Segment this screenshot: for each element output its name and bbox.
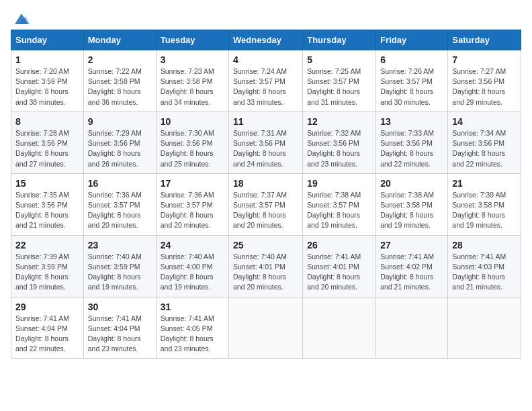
day-detail: Sunrise: 7:41 AM Sunset: 4:02 PM Dayligh… xyxy=(380,252,443,293)
weekday-header-sunday: Sunday xyxy=(11,30,84,50)
day-detail: Sunrise: 7:27 AM Sunset: 3:56 PM Dayligh… xyxy=(452,66,517,107)
day-number: 9 xyxy=(88,116,152,127)
day-number: 22 xyxy=(15,240,79,250)
day-detail: Sunrise: 7:39 AM Sunset: 3:58 PM Dayligh… xyxy=(452,190,517,231)
day-number: 23 xyxy=(88,240,152,250)
day-detail: Sunrise: 7:41 AM Sunset: 4:03 PM Dayligh… xyxy=(452,252,517,293)
calendar-cell xyxy=(229,297,303,359)
day-detail: Sunrise: 7:36 AM Sunset: 3:57 PM Dayligh… xyxy=(88,190,152,231)
calendar-cell: 15 Sunrise: 7:35 AM Sunset: 3:56 PM Dayl… xyxy=(11,173,84,235)
day-detail: Sunrise: 7:25 AM Sunset: 3:57 PM Dayligh… xyxy=(307,66,371,107)
day-detail: Sunrise: 7:28 AM Sunset: 3:56 PM Dayligh… xyxy=(15,128,79,169)
calendar-cell: 17 Sunrise: 7:36 AM Sunset: 3:57 PM Dayl… xyxy=(156,173,228,235)
day-detail: Sunrise: 7:22 AM Sunset: 3:58 PM Dayligh… xyxy=(88,66,152,107)
calendar-cell: 14 Sunrise: 7:34 AM Sunset: 3:56 PM Dayl… xyxy=(448,111,521,173)
day-number: 28 xyxy=(452,240,517,250)
day-detail: Sunrise: 7:37 AM Sunset: 3:57 PM Dayligh… xyxy=(233,190,298,231)
weekday-header-wednesday: Wednesday xyxy=(229,30,303,50)
day-number: 18 xyxy=(233,178,298,189)
calendar-cell: 30 Sunrise: 7:41 AM Sunset: 4:04 PM Dayl… xyxy=(83,297,156,359)
calendar-cell: 7 Sunrise: 7:27 AM Sunset: 3:56 PM Dayli… xyxy=(448,50,521,112)
calendar-cell: 6 Sunrise: 7:26 AM Sunset: 3:57 PM Dayli… xyxy=(376,50,448,112)
day-number: 11 xyxy=(233,116,298,127)
day-number: 12 xyxy=(307,116,371,127)
calendar-cell: 21 Sunrise: 7:39 AM Sunset: 3:58 PM Dayl… xyxy=(448,173,521,235)
calendar-cell: 26 Sunrise: 7:41 AM Sunset: 4:01 PM Dayl… xyxy=(303,235,376,297)
calendar-cell xyxy=(376,297,448,359)
weekday-header-saturday: Saturday xyxy=(448,30,521,50)
day-number: 13 xyxy=(380,116,443,127)
day-number: 17 xyxy=(161,178,224,189)
calendar-cell: 25 Sunrise: 7:40 AM Sunset: 4:01 PM Dayl… xyxy=(229,235,303,297)
day-number: 4 xyxy=(233,54,298,65)
day-detail: Sunrise: 7:35 AM Sunset: 3:56 PM Dayligh… xyxy=(15,190,79,231)
day-detail: Sunrise: 7:29 AM Sunset: 3:56 PM Dayligh… xyxy=(88,128,152,169)
calendar-cell: 28 Sunrise: 7:41 AM Sunset: 4:03 PM Dayl… xyxy=(448,235,521,297)
day-detail: Sunrise: 7:41 AM Sunset: 4:04 PM Dayligh… xyxy=(88,314,152,355)
calendar-cell: 8 Sunrise: 7:28 AM Sunset: 3:56 PM Dayli… xyxy=(11,111,84,173)
calendar-cell: 18 Sunrise: 7:37 AM Sunset: 3:57 PM Dayl… xyxy=(229,173,303,235)
day-number: 19 xyxy=(307,178,371,189)
day-detail: Sunrise: 7:41 AM Sunset: 4:04 PM Dayligh… xyxy=(15,314,79,355)
calendar-cell: 1 Sunrise: 7:20 AM Sunset: 3:59 PM Dayli… xyxy=(11,50,84,112)
calendar-cell: 5 Sunrise: 7:25 AM Sunset: 3:57 PM Dayli… xyxy=(303,50,376,112)
day-detail: Sunrise: 7:41 AM Sunset: 4:01 PM Dayligh… xyxy=(307,252,371,293)
day-detail: Sunrise: 7:32 AM Sunset: 3:56 PM Dayligh… xyxy=(307,128,371,169)
day-number: 2 xyxy=(88,54,152,65)
weekday-header-tuesday: Tuesday xyxy=(156,30,228,50)
day-number: 8 xyxy=(15,116,79,127)
logo xyxy=(11,11,31,23)
day-number: 6 xyxy=(380,54,443,65)
logo-icon xyxy=(12,11,31,27)
calendar-cell: 23 Sunrise: 7:40 AM Sunset: 3:59 PM Dayl… xyxy=(83,235,156,297)
day-detail: Sunrise: 7:38 AM Sunset: 3:58 PM Dayligh… xyxy=(380,190,443,231)
day-number: 21 xyxy=(452,178,517,189)
day-number: 25 xyxy=(233,240,298,250)
day-number: 1 xyxy=(15,54,79,65)
day-number: 24 xyxy=(161,240,224,250)
day-detail: Sunrise: 7:36 AM Sunset: 3:57 PM Dayligh… xyxy=(161,190,224,231)
calendar-week-row: 1 Sunrise: 7:20 AM Sunset: 3:59 PM Dayli… xyxy=(11,50,521,112)
day-detail: Sunrise: 7:39 AM Sunset: 3:59 PM Dayligh… xyxy=(15,252,79,293)
calendar-cell: 20 Sunrise: 7:38 AM Sunset: 3:58 PM Dayl… xyxy=(376,173,448,235)
day-number: 7 xyxy=(452,54,517,65)
day-detail: Sunrise: 7:38 AM Sunset: 3:57 PM Dayligh… xyxy=(307,190,371,231)
calendar-cell: 3 Sunrise: 7:23 AM Sunset: 3:58 PM Dayli… xyxy=(156,50,228,112)
day-detail: Sunrise: 7:23 AM Sunset: 3:58 PM Dayligh… xyxy=(161,66,224,107)
day-number: 30 xyxy=(88,302,152,312)
calendar-cell: 13 Sunrise: 7:33 AM Sunset: 3:56 PM Dayl… xyxy=(376,111,448,173)
calendar-week-row: 15 Sunrise: 7:35 AM Sunset: 3:56 PM Dayl… xyxy=(11,173,521,235)
day-detail: Sunrise: 7:41 AM Sunset: 4:05 PM Dayligh… xyxy=(161,314,224,355)
calendar-cell: 24 Sunrise: 7:40 AM Sunset: 4:00 PM Dayl… xyxy=(156,235,228,297)
day-number: 26 xyxy=(307,240,371,250)
day-number: 29 xyxy=(15,302,79,312)
day-number: 10 xyxy=(161,116,224,127)
day-detail: Sunrise: 7:31 AM Sunset: 3:56 PM Dayligh… xyxy=(233,128,298,169)
calendar-cell: 19 Sunrise: 7:38 AM Sunset: 3:57 PM Dayl… xyxy=(303,173,376,235)
day-number: 27 xyxy=(380,240,443,250)
day-number: 20 xyxy=(380,178,443,189)
day-number: 15 xyxy=(15,178,79,189)
page-header xyxy=(11,11,521,23)
calendar-cell: 12 Sunrise: 7:32 AM Sunset: 3:56 PM Dayl… xyxy=(303,111,376,173)
calendar-cell: 16 Sunrise: 7:36 AM Sunset: 3:57 PM Dayl… xyxy=(83,173,156,235)
day-detail: Sunrise: 7:34 AM Sunset: 3:56 PM Dayligh… xyxy=(452,128,517,169)
day-detail: Sunrise: 7:40 AM Sunset: 3:59 PM Dayligh… xyxy=(88,252,152,293)
day-number: 3 xyxy=(161,54,224,65)
weekday-header-monday: Monday xyxy=(83,30,156,50)
day-number: 31 xyxy=(161,302,224,312)
day-number: 16 xyxy=(88,178,152,189)
day-detail: Sunrise: 7:40 AM Sunset: 4:01 PM Dayligh… xyxy=(233,252,298,293)
weekday-header-row: SundayMondayTuesdayWednesdayThursdayFrid… xyxy=(11,30,521,50)
calendar-cell: 27 Sunrise: 7:41 AM Sunset: 4:02 PM Dayl… xyxy=(376,235,448,297)
day-detail: Sunrise: 7:30 AM Sunset: 3:56 PM Dayligh… xyxy=(161,128,224,169)
day-detail: Sunrise: 7:24 AM Sunset: 3:57 PM Dayligh… xyxy=(233,66,298,107)
calendar-week-row: 29 Sunrise: 7:41 AM Sunset: 4:04 PM Dayl… xyxy=(11,297,521,359)
calendar-cell xyxy=(303,297,376,359)
calendar-cell: 29 Sunrise: 7:41 AM Sunset: 4:04 PM Dayl… xyxy=(11,297,84,359)
calendar-cell: 9 Sunrise: 7:29 AM Sunset: 3:56 PM Dayli… xyxy=(83,111,156,173)
day-detail: Sunrise: 7:33 AM Sunset: 3:56 PM Dayligh… xyxy=(380,128,443,169)
calendar-cell: 22 Sunrise: 7:39 AM Sunset: 3:59 PM Dayl… xyxy=(11,235,84,297)
calendar-cell xyxy=(448,297,521,359)
day-detail: Sunrise: 7:40 AM Sunset: 4:00 PM Dayligh… xyxy=(161,252,224,293)
